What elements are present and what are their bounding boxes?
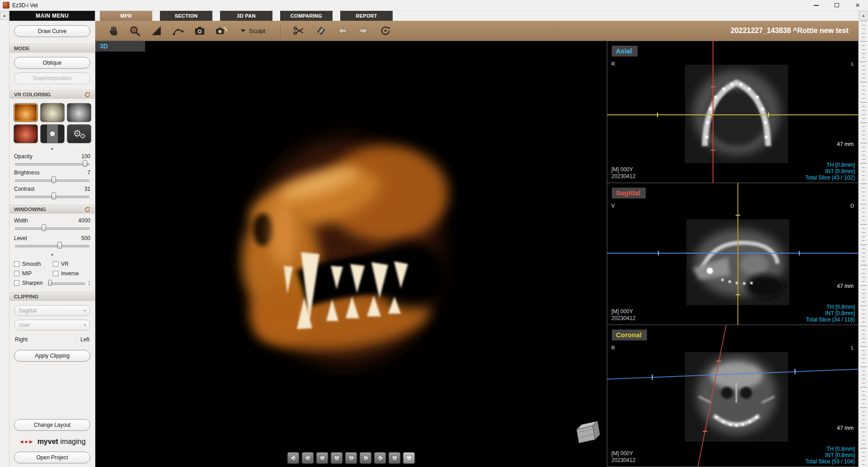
sharpen-slider-thumb[interactable] [48,280,52,286]
superimposition-button[interactable]: Superimposition [14,72,90,84]
sculpt-region-button[interactable] [311,23,330,39]
view-preset-right-front[interactable] [345,452,357,464]
capture-3d-button[interactable] [212,23,231,39]
left-scroll-strip[interactable]: ▲ [0,11,9,467]
contrast-slider-thumb[interactable] [52,193,56,199]
orientation-marker-right: L [851,345,854,350]
tab-3d-pan[interactable]: 3D PAN [220,11,272,21]
capture-button[interactable] [190,23,209,39]
maximize-button[interactable] [826,0,847,10]
orientation-cube[interactable] [572,420,602,447]
view-preset-right[interactable] [374,452,386,464]
view-preset-left-front[interactable] [316,452,328,464]
crosshair-handle[interactable] [799,251,800,255]
sculpt-dropdown[interactable]: Sculpt [241,28,265,34]
sagittal-viewport[interactable]: Sagittal V D [M] 000Y 20230412 47 mm TH … [607,183,859,325]
orientation-marker-left: R [611,61,615,66]
view-preset-right-oblique[interactable] [360,452,372,464]
level-slider[interactable] [15,242,89,249]
axial-viewport[interactable]: Axial R L [M] 000Y 20230412 47 mm TH [0.… [607,41,859,183]
zoom-tool-button[interactable] [125,23,144,39]
app-icon [3,2,9,9]
undo-button[interactable] [333,23,352,39]
clip-plane-dropdown[interactable]: Sagittal ▾ [14,305,90,316]
apply-clipping-button[interactable]: Apply Clipping [14,350,90,362]
draw-curve-button[interactable]: Draw Curve [14,25,90,37]
mip-checkbox[interactable]: MIP [14,270,53,277]
vr-preset-bone-gray[interactable] [67,103,91,122]
view-preset-left-oblique[interactable] [302,452,314,464]
checkbox-icon [14,261,19,267]
mode-section-header: MODE [9,44,95,52]
windowing-reset-button[interactable] [84,206,91,213]
open-project-button[interactable]: Open Project [14,452,90,463]
sharpen-checkbox[interactable]: Sharpen [14,280,42,286]
vr-preset-custom[interactable] [67,124,91,143]
sagittal-crosshair-vertical[interactable] [737,183,738,325]
pan-tool-button[interactable] [103,23,122,39]
inverse-checkbox[interactable]: Inverse [53,270,90,277]
crosshair-handle[interactable] [768,113,769,117]
ruler-scroll-up-button[interactable]: ▲ [859,11,868,20]
view-preset-back[interactable] [389,452,401,464]
axial-crosshair-horizontal[interactable] [607,114,858,115]
crosshair-handle[interactable] [711,86,715,87]
oblique-button[interactable]: Oblique [14,57,90,69]
minimize-button[interactable] [806,0,826,10]
vr-collapse-arrow[interactable]: ▲ [14,146,90,151]
clip-mode-dropdown[interactable]: User ▾ [14,320,90,330]
width-slider-thumb[interactable] [42,224,46,231]
dog-head-icon [405,454,413,462]
curve-measure-button[interactable] [169,23,188,39]
vr-preset-bone-orange[interactable] [14,103,38,122]
left-scroll-up-button[interactable]: ▲ [0,11,9,20]
tab-comparing[interactable]: COMPARING [280,11,333,21]
sharpen-slider[interactable] [48,280,85,286]
vr-preset-spine[interactable] [40,124,65,143]
view-preset-top[interactable] [403,452,415,464]
vr-preset-bone-light[interactable] [40,103,65,122]
viewport-3d[interactable]: 3D [95,41,607,467]
coronal-viewport[interactable]: Coronal R L [M] 000Y 20230412 47 mm TH [… [607,325,859,467]
checkbox-icon [53,271,58,276]
contrast-tool-button[interactable] [147,23,166,39]
vr-preset-tissue[interactable] [14,124,38,143]
fov-size: 47 mm [837,425,854,431]
opacity-slider[interactable] [15,160,89,167]
tab-section[interactable]: SECTION [160,11,212,21]
study-title: 20221227_143838 ^Rottie new test [731,27,851,35]
width-slider[interactable] [15,224,89,231]
view-preset-front[interactable] [331,452,343,464]
clipping-section-header: CLIPPING [9,292,95,301]
axial-crosshair-vertical[interactable] [713,41,713,183]
brightness-slider-thumb[interactable] [52,176,56,183]
windowing-collapse-arrow[interactable]: ▲ [14,252,90,257]
tab-mpr[interactable]: MPR [100,11,152,21]
redo-button[interactable] [354,23,373,39]
change-layout-button[interactable]: Change Layout [14,419,90,431]
clip-left-label: Left [80,336,89,343]
sagittal-crosshair-horizontal[interactable] [607,253,858,254]
contrast-slider[interactable] [15,193,89,200]
opacity-slider-thumb[interactable] [83,160,87,167]
slice-ruler-strip[interactable]: ▲ [859,11,868,467]
crosshair-handle[interactable] [736,294,740,295]
checkbox-icon [14,280,19,286]
close-button[interactable]: × [847,0,868,10]
smooth-checkbox[interactable]: Smooth [14,261,53,267]
sculpt-reset-button[interactable] [376,23,395,39]
sculpt-cut-button[interactable] [289,23,308,39]
brightness-slider[interactable] [15,176,89,184]
crosshair-handle[interactable] [711,150,715,151]
crosshair-handle[interactable] [736,215,740,216]
axial-label: Axial [612,46,638,57]
level-slider-thumb[interactable] [57,242,62,249]
vr-checkbox[interactable]: VR [53,261,90,267]
crosshair-handle[interactable] [658,251,659,255]
vr-coloring-reset-button[interactable] [84,91,91,98]
contrast-label: Contrast [14,186,34,192]
orientation-marker-left: R [611,345,615,350]
tab-report[interactable]: REPORT [340,11,393,21]
crosshair-handle[interactable] [657,113,658,117]
view-preset-left[interactable] [287,452,300,464]
